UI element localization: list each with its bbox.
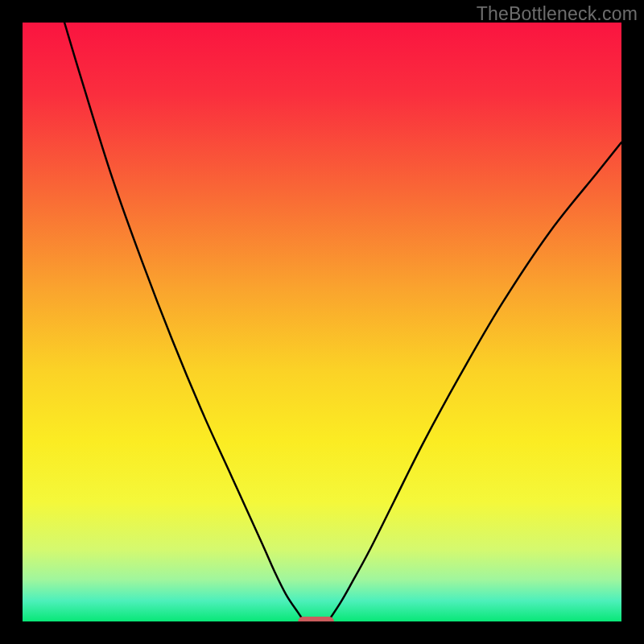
- bottom-marker: [298, 617, 334, 621]
- watermark-text: TheBottleneck.com: [477, 3, 638, 25]
- plot-area: [23, 23, 621, 621]
- gradient-background: [23, 23, 621, 621]
- chart-frame: TheBottleneck.com: [0, 0, 644, 644]
- bottleneck-chart: [23, 23, 621, 621]
